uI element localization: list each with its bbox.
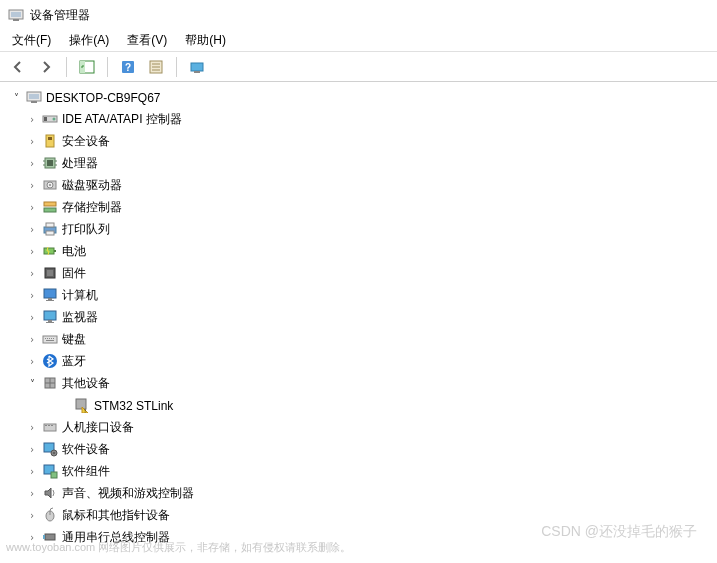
menu-file[interactable]: 文件(F) (4, 30, 59, 51)
tree-category-bluetooth[interactable]: › 蓝牙 (0, 350, 717, 372)
device-tree[interactable]: ˅ DESKTOP-CB9FQ67 › IDE ATA/ATAPI 控制器 › … (0, 82, 717, 563)
battery-icon (42, 243, 58, 259)
expand-icon[interactable]: › (24, 419, 40, 435)
other-device-icon (42, 375, 58, 391)
svg-rect-36 (54, 250, 56, 252)
category-label: 键盘 (62, 330, 86, 348)
svg-point-18 (53, 118, 56, 121)
tree-device-stlink[interactable]: ! STM32 STLink (0, 394, 717, 416)
expand-icon[interactable]: › (24, 133, 40, 149)
tree-category-ide[interactable]: › IDE ATA/ATAPI 控制器 (0, 108, 717, 130)
disk-drive-icon (42, 177, 58, 193)
expand-icon[interactable]: ˅ (8, 89, 24, 105)
toolbar: ? (0, 52, 717, 82)
expand-icon[interactable]: › (24, 221, 40, 237)
storage-controller-icon (42, 199, 58, 215)
svg-rect-40 (48, 298, 52, 300)
sound-icon (42, 485, 58, 501)
svg-rect-66 (51, 472, 57, 478)
expand-icon[interactable]: › (24, 463, 40, 479)
expand-icon[interactable]: › (24, 331, 40, 347)
expand-icon[interactable]: › (24, 177, 40, 193)
expand-icon[interactable]: › (24, 243, 40, 259)
category-label: 安全设备 (62, 132, 110, 150)
expand-icon[interactable]: ˅ (24, 375, 40, 391)
menu-help[interactable]: 帮助(H) (177, 30, 234, 51)
category-label: IDE ATA/ATAPI 控制器 (62, 110, 182, 128)
svg-rect-42 (44, 311, 56, 320)
device-label: STM32 STLink (94, 398, 173, 413)
category-label: 监视器 (62, 308, 98, 326)
svg-rect-39 (44, 289, 56, 298)
show-hide-tree-button[interactable] (75, 55, 99, 79)
expand-icon[interactable]: › (24, 155, 40, 171)
expand-icon[interactable]: › (24, 111, 40, 127)
menu-action[interactable]: 操作(A) (61, 30, 117, 51)
monitor-icon (42, 287, 58, 303)
tree-category-monitor[interactable]: › 监视器 (0, 306, 717, 328)
svg-rect-61 (51, 425, 53, 426)
expand-icon[interactable]: › (24, 199, 40, 215)
svg-rect-44 (46, 322, 54, 323)
toolbar-separator (107, 57, 108, 77)
expand-icon[interactable]: › (24, 309, 40, 325)
category-label: 通用串行总线控制器 (62, 528, 170, 546)
svg-point-29 (49, 184, 51, 186)
svg-rect-48 (49, 338, 50, 339)
tree-category-battery[interactable]: › 电池 (0, 240, 717, 262)
expand-icon[interactable]: › (24, 353, 40, 369)
computer-icon (26, 89, 42, 105)
tree-category-other[interactable]: ˅ 其他设备 (0, 372, 717, 394)
expand-icon[interactable]: › (24, 529, 40, 545)
tree-category-sound[interactable]: › 声音、视频和游戏控制器 (0, 482, 717, 504)
svg-rect-49 (51, 338, 52, 339)
expand-icon[interactable]: › (24, 485, 40, 501)
scan-hardware-button[interactable] (185, 55, 209, 79)
tree-category-usb[interactable]: › 通用串行总线控制器 (0, 526, 717, 548)
security-device-icon (42, 133, 58, 149)
ide-controller-icon (42, 111, 58, 127)
svg-rect-19 (46, 135, 54, 147)
help-button[interactable]: ? (116, 55, 140, 79)
tree-category-print[interactable]: › 打印队列 (0, 218, 717, 240)
expand-spacer (56, 397, 72, 413)
bluetooth-icon (42, 353, 58, 369)
category-label: 软件组件 (62, 462, 110, 480)
back-button[interactable] (6, 55, 30, 79)
tree-root[interactable]: ˅ DESKTOP-CB9FQ67 (0, 86, 717, 108)
properties-button[interactable] (144, 55, 168, 79)
expand-icon[interactable]: › (24, 441, 40, 457)
svg-rect-50 (53, 338, 54, 339)
tree-category-mouse[interactable]: › 鼠标和其他指针设备 (0, 504, 717, 526)
category-label: 固件 (62, 264, 86, 282)
svg-rect-17 (44, 117, 47, 121)
app-icon (8, 7, 24, 23)
title-bar: 设备管理器 (0, 0, 717, 30)
firmware-icon (42, 265, 58, 281)
tree-category-processor[interactable]: › 处理器 (0, 152, 717, 174)
tree-category-disk[interactable]: › 磁盘驱动器 (0, 174, 717, 196)
tree-root-label: DESKTOP-CB9FQ67 (46, 90, 160, 105)
tree-category-component[interactable]: › 软件组件 (0, 460, 717, 482)
svg-point-64 (53, 452, 55, 454)
category-label: 存储控制器 (62, 198, 122, 216)
tree-category-software[interactable]: › 软件设备 (0, 438, 717, 460)
category-label: 软件设备 (62, 440, 110, 458)
forward-button[interactable] (34, 55, 58, 79)
display-icon (42, 309, 58, 325)
category-label: 打印队列 (62, 220, 110, 238)
tree-category-security[interactable]: › 安全设备 (0, 130, 717, 152)
category-label: 鼠标和其他指针设备 (62, 506, 170, 524)
tree-category-hid[interactable]: › 人机接口设备 (0, 416, 717, 438)
expand-icon[interactable]: › (24, 507, 40, 523)
menu-view[interactable]: 查看(V) (119, 30, 175, 51)
tree-category-keyboard[interactable]: › 键盘 (0, 328, 717, 350)
expand-icon[interactable]: › (24, 287, 40, 303)
svg-rect-1 (11, 12, 21, 17)
expand-icon[interactable]: › (24, 265, 40, 281)
tree-category-storage[interactable]: › 存储控制器 (0, 196, 717, 218)
tree-category-firmware[interactable]: › 固件 (0, 262, 717, 284)
tree-category-computer[interactable]: › 计算机 (0, 284, 717, 306)
svg-rect-31 (44, 208, 56, 212)
category-label: 人机接口设备 (62, 418, 134, 436)
